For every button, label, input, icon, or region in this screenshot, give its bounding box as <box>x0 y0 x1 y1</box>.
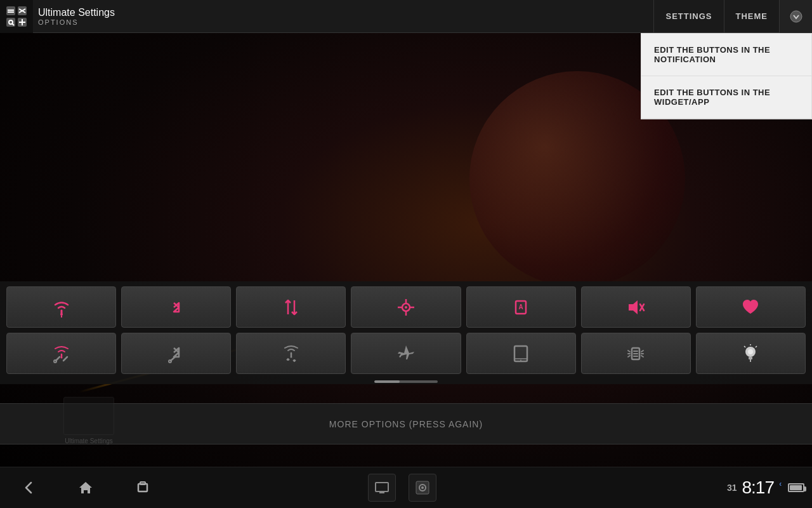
svg-point-12 <box>790 11 802 22</box>
nav-center <box>268 474 537 502</box>
screen-icon[interactable] <box>368 474 396 502</box>
nav-bar: 31 8:17 ʿ <box>0 467 812 508</box>
nav-right: 31 8:17 ʿ <box>536 478 812 498</box>
more-options-bar[interactable]: MORE OPTIONS (PRESS AGAIN) <box>0 403 812 444</box>
svg-marker-25 <box>629 300 638 314</box>
gps-button[interactable] <box>351 286 461 328</box>
app-icon <box>0 0 33 33</box>
svg-line-43 <box>628 356 630 357</box>
settings-button[interactable]: SETTINGS <box>653 0 723 33</box>
airplane-button[interactable] <box>351 333 461 374</box>
svg-rect-51 <box>749 357 752 359</box>
battery-percentage: 31 <box>727 483 737 493</box>
wifi-button[interactable] <box>6 286 116 328</box>
rotate-button[interactable]: A <box>466 286 576 328</box>
battery-fill <box>790 485 802 490</box>
app-subtitle: OPTIONS <box>38 18 115 26</box>
sync-button[interactable] <box>236 333 346 374</box>
svg-point-65 <box>421 486 424 489</box>
svg-line-46 <box>641 356 643 357</box>
button-row-1: A <box>6 286 806 328</box>
bluetooth-status-icon: ʿ <box>779 481 783 495</box>
bt-settings-button[interactable] <box>121 333 231 374</box>
topbar-right: SETTINGS THEME <box>653 0 812 33</box>
scroll-indicator-fill <box>374 380 400 383</box>
svg-point-30 <box>54 360 56 363</box>
svg-point-18 <box>405 306 407 309</box>
top-bar: Ultimate Settings OPTIONS SETTINGS THEME <box>0 0 812 33</box>
nav-left <box>0 467 268 509</box>
edit-widget-item[interactable]: EDIT THE BUTTONS IN THE WIDGET/APP <box>641 76 811 119</box>
home-button[interactable] <box>57 467 114 509</box>
battery-status-icon <box>788 483 804 492</box>
title-block: Ultimate Settings OPTIONS <box>38 7 115 26</box>
svg-line-44 <box>641 351 643 352</box>
task-thumbnail-area: Ultimate Settings <box>63 397 114 444</box>
edit-notification-item[interactable]: EDIT THE BUTTONS IN THE NOTIFICATION <box>641 34 811 76</box>
svg-line-41 <box>628 351 630 352</box>
theme-button[interactable]: THEME <box>724 0 780 33</box>
buttons-area: A <box>0 281 812 384</box>
more-options-label: MORE OPTIONS (PRESS AGAIN) <box>329 419 483 429</box>
app-title: Ultimate Settings <box>38 7 115 18</box>
volume-mute-button[interactable] <box>581 286 691 328</box>
svg-rect-60 <box>376 483 388 491</box>
svg-point-28 <box>60 356 62 358</box>
tablet-button[interactable] <box>466 333 576 374</box>
svg-text:A: A <box>519 304 523 311</box>
wifi-settings-button[interactable] <box>6 333 116 374</box>
svg-point-33 <box>169 360 171 363</box>
favorite-button[interactable] <box>696 286 806 328</box>
recents-button[interactable] <box>114 467 171 509</box>
svg-line-31 <box>63 357 67 361</box>
bluetooth-button[interactable] <box>121 286 231 328</box>
media-icon[interactable] <box>409 474 436 502</box>
vibrate-button[interactable] <box>581 333 691 374</box>
clock-display: 8:17 <box>742 478 775 498</box>
svg-point-13 <box>60 313 63 316</box>
svg-marker-57 <box>79 482 92 493</box>
back-button[interactable] <box>0 467 57 509</box>
task-thumbnail-label: Ultimate Settings <box>63 438 114 444</box>
dropdown-button[interactable] <box>779 0 812 33</box>
scroll-indicator <box>374 380 438 383</box>
svg-point-56 <box>748 349 753 354</box>
lamp-button[interactable] <box>696 333 806 374</box>
svg-line-54 <box>756 346 757 347</box>
button-row-2 <box>6 333 806 374</box>
dropdown-menu: EDIT THE BUTTONS IN THE NOTIFICATION EDI… <box>641 33 812 119</box>
svg-point-39 <box>520 359 521 361</box>
svg-line-55 <box>744 346 745 347</box>
svg-point-34 <box>290 356 292 358</box>
data-transfer-button[interactable] <box>236 286 346 328</box>
